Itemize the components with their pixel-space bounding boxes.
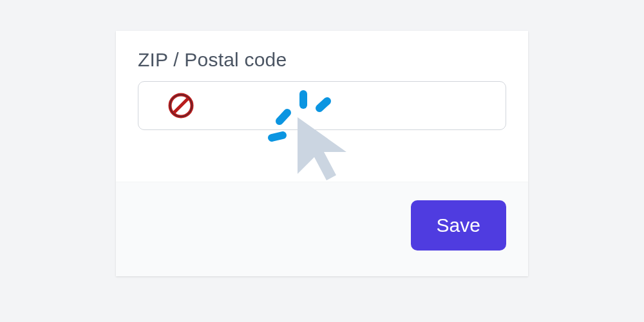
zip-postal-input[interactable] (138, 81, 506, 130)
form-card: ZIP / Postal code (116, 31, 528, 276)
form-footer: Save (116, 182, 528, 276)
zip-input-wrap (138, 81, 506, 130)
zip-field-block: ZIP / Postal code (116, 31, 528, 182)
save-button[interactable]: Save (411, 200, 506, 251)
svg-line-6 (272, 135, 283, 138)
zip-field-label: ZIP / Postal code (138, 49, 506, 71)
